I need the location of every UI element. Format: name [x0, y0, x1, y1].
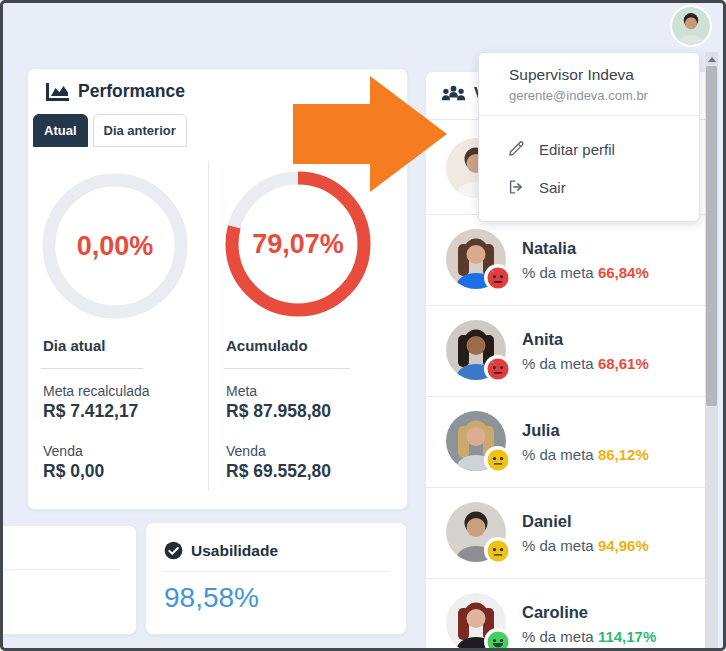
tab-dia-anterior[interactable]: Dia anterior: [93, 114, 187, 147]
seller-avatar: [446, 593, 506, 651]
vertical-scrollbar[interactable]: [705, 52, 718, 648]
usability-value: 98,58%: [164, 582, 259, 614]
seller-name: Anita: [522, 329, 649, 349]
seller-name: Daniel: [522, 511, 649, 531]
mood-sad-emoji-icon: [484, 355, 511, 382]
seller-row[interactable]: Julia % da meta 86,12%: [426, 397, 709, 488]
metrics-dia-atual: Meta recalculada R$ 7.412,17 Venda R$ 0,…: [43, 383, 150, 503]
check-circle-icon: [164, 541, 183, 560]
seller-row[interactable]: Natalia % da meta 66,84%: [426, 215, 709, 306]
seller-meta: % da meta 68,61%: [522, 355, 649, 372]
seller-meta: % da meta 66,84%: [522, 264, 649, 281]
menu-item-label: Sair: [539, 179, 566, 196]
divider: [479, 115, 699, 116]
seller-meta: % da meta 94,96%: [522, 537, 649, 554]
pencil-icon: [507, 140, 525, 158]
performance-card: Performance Atual Dia anterior 0,00% 79,…: [27, 68, 408, 510]
meta-label: % da meta: [522, 537, 598, 554]
tab-atual[interactable]: Atual: [33, 114, 88, 147]
mood-happy-emoji-icon: [484, 628, 511, 651]
user-avatar[interactable]: [672, 7, 710, 45]
profile-email: gerente@indeva.com.br: [509, 88, 648, 103]
mood-neutral-emoji-icon: [484, 537, 511, 564]
usability-card-header: Usabilidade: [164, 541, 278, 560]
area-chart-icon: [46, 82, 70, 102]
logout-icon: [507, 178, 525, 196]
seller-row[interactable]: Caroline % da meta 114,17%: [426, 579, 709, 651]
gauge-acumulado: 79,07%: [224, 170, 372, 318]
seller-row[interactable]: Anita % da meta 68,61%: [426, 306, 709, 397]
seller-row[interactable]: Daniel % da meta 94,96%: [426, 488, 709, 579]
seller-avatar: [446, 229, 506, 289]
app-window: Performance Atual Dia anterior 0,00% 79,…: [0, 0, 726, 651]
profile-dropdown: Supervisor Indeva gerente@indeva.com.br …: [478, 52, 700, 222]
meta-percent: 86,12%: [598, 446, 649, 463]
profile-name: Supervisor Indeva: [509, 66, 634, 84]
seller-meta: % da meta 114,17%: [522, 628, 656, 645]
meta-percent: 66,84%: [598, 264, 649, 281]
partial-card: [0, 525, 137, 635]
performance-title: Performance: [78, 81, 185, 102]
mood-neutral-emoji-icon: [484, 446, 511, 473]
scrollbar-thumb[interactable]: [706, 66, 717, 406]
meta-label: % da meta: [522, 355, 598, 372]
scrollbar-up-arrow-icon[interactable]: [708, 57, 716, 62]
seller-meta: % da meta 86,12%: [522, 446, 649, 463]
gauge-caption-dia-atual: Dia atual: [41, 337, 143, 369]
metric-meta-recalculada: Meta recalculada R$ 7.412,17: [43, 383, 150, 422]
gauge-percent: 79,07%: [224, 170, 372, 318]
metric-meta: Meta R$ 87.958,80: [226, 383, 331, 422]
meta-label: % da meta: [522, 264, 598, 281]
meta-label: % da meta: [522, 446, 598, 463]
seller-name: Julia: [522, 420, 649, 440]
avatar: [672, 7, 710, 45]
seller-name: Natalia: [522, 238, 649, 258]
gauge-percent: 0,00%: [41, 172, 189, 320]
metric-venda-dia: Venda R$ 0,00: [43, 443, 150, 482]
usability-title: Usabilidade: [191, 542, 278, 560]
meta-percent: 68,61%: [598, 355, 649, 372]
menu-item-sair[interactable]: Sair: [479, 171, 699, 203]
performance-card-header: Performance: [46, 81, 185, 102]
meta-percent: 114,17%: [598, 628, 656, 645]
meta-percent: 94,96%: [598, 537, 649, 554]
metric-venda-acumulado: Venda R$ 69.552,80: [226, 443, 331, 482]
divider: [4, 569, 119, 570]
performance-tabs: Atual Dia anterior: [33, 114, 187, 147]
menu-item-label: Editar perfil: [539, 141, 615, 158]
gauge-caption-acumulado: Acumulado: [224, 337, 350, 369]
seller-name: Caroline: [522, 602, 656, 622]
metrics-acumulado: Meta R$ 87.958,80 Venda R$ 69.552,80: [226, 383, 331, 503]
menu-item-editar-perfil[interactable]: Editar perfil: [479, 133, 699, 165]
seller-avatar: [446, 411, 506, 471]
gauge-dia-atual: 0,00%: [41, 172, 189, 320]
mood-sad-emoji-icon: [484, 264, 511, 291]
seller-avatar: [446, 320, 506, 380]
seller-avatar: [446, 502, 506, 562]
divider: [163, 571, 389, 572]
people-icon: [441, 85, 466, 103]
usability-card: Usabilidade 98,58%: [145, 522, 407, 635]
meta-label: % da meta: [522, 628, 598, 645]
column-divider: [208, 161, 209, 491]
